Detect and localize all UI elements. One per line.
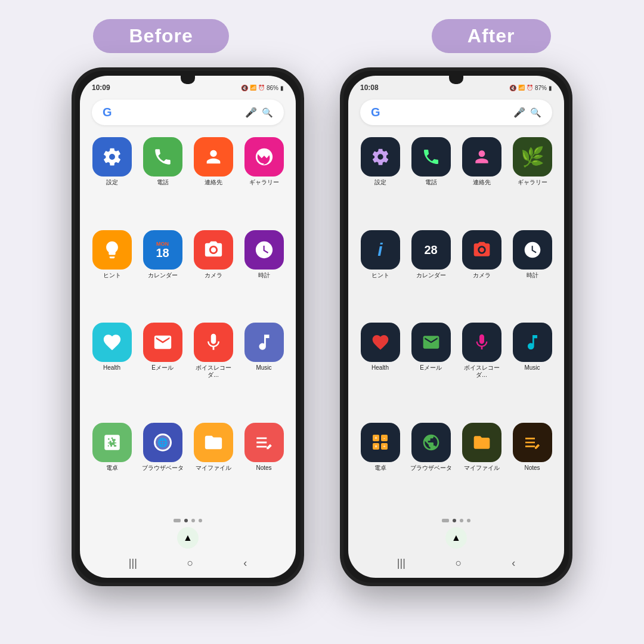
before-nav-home[interactable]: ○ xyxy=(187,557,194,569)
before-hints-label: ヒント xyxy=(103,272,121,279)
after-app-recorder[interactable]: ボイスレコーダ... xyxy=(459,323,504,417)
after-app-phone[interactable]: 電話 xyxy=(408,137,453,224)
before-app-clock[interactable]: 時計 xyxy=(242,230,286,317)
after-app-calendar[interactable]: 28 カレンダー xyxy=(408,230,453,317)
before-app-email[interactable]: Eメール xyxy=(140,323,185,417)
before-search-bar[interactable]: G 🎤 🔍 xyxy=(92,100,284,125)
before-settings-label: 設定 xyxy=(106,179,118,186)
before-label: Before xyxy=(93,19,228,53)
after-email-label: Eメール xyxy=(420,364,442,371)
after-files-icon xyxy=(462,423,501,462)
before-health-label: Health xyxy=(103,364,120,371)
before-time: 10:09 xyxy=(92,83,110,92)
before-app-camera[interactable]: カメラ xyxy=(191,230,236,317)
before-browser-label: ブラウザベータ xyxy=(142,465,184,472)
before-dot-dash xyxy=(174,519,181,522)
after-gallery-label: ギャラリー xyxy=(518,179,547,186)
before-app-phone[interactable]: 電話 xyxy=(140,137,185,224)
after-recorder-icon xyxy=(462,323,501,362)
after-screen: 10:08 🔇 📶 ⏰ 87% ▮ G 🎤 🔍 xyxy=(348,76,564,578)
phones-row: 10:09 🔇 📶 ⏰ 86% ▮ G 🎤 🔍 xyxy=(72,67,572,586)
before-screen: 10:09 🔇 📶 ⏰ 86% ▮ G 🎤 🔍 xyxy=(80,76,296,578)
before-app-browser[interactable]: 🌐 ブラウザベータ xyxy=(140,423,185,510)
before-app-calendar[interactable]: MON 18 カレンダー xyxy=(140,230,185,317)
after-app-calc[interactable]: + - × ÷ 電卓 xyxy=(358,423,402,510)
before-phone: 10:09 🔇 📶 ⏰ 86% ▮ G 🎤 🔍 xyxy=(72,67,304,586)
after-app-music[interactable]: Music xyxy=(510,323,555,417)
before-dot-1 xyxy=(184,519,188,522)
after-calendar-label: カレンダー xyxy=(416,272,446,279)
before-nav-back[interactable]: ‹ xyxy=(243,557,247,569)
before-dot-3 xyxy=(199,519,202,522)
after-music-label: Music xyxy=(524,364,540,371)
after-nav-back[interactable]: ‹ xyxy=(512,557,515,569)
before-recorder-label: ボイスレコーダ... xyxy=(191,364,236,379)
after-hints-label: ヒント xyxy=(371,272,389,279)
before-app-calc[interactable]: 電卓 xyxy=(89,423,134,510)
after-phone: 10:08 🔇 📶 ⏰ 87% ▮ G 🎤 🔍 xyxy=(340,67,572,586)
after-app-files[interactable]: マイファイル xyxy=(459,423,504,510)
before-app-health[interactable]: Health xyxy=(89,323,134,417)
after-app-clock[interactable]: 時計 xyxy=(510,230,555,317)
before-app-contacts[interactable]: 連絡先 xyxy=(191,137,236,224)
after-contacts-label: 連絡先 xyxy=(473,179,491,186)
before-app-hints[interactable]: ヒント xyxy=(89,230,134,317)
before-contacts-icon xyxy=(194,137,233,177)
before-calendar-icon: MON 18 xyxy=(143,230,182,270)
before-app-files[interactable]: マイファイル xyxy=(191,423,236,510)
after-app-grid: 設定 電話 連絡先 xyxy=(348,132,564,514)
after-phone-frame: 10:08 🔇 📶 ⏰ 87% ▮ G 🎤 🔍 xyxy=(340,67,572,586)
after-phone-label: 電話 xyxy=(425,179,437,186)
after-app-email[interactable]: Eメール xyxy=(408,323,453,417)
after-camera-label: カメラ xyxy=(473,272,491,279)
after-calc-icon: + - × ÷ xyxy=(361,423,400,462)
before-gallery-label: ギャラリー xyxy=(249,179,279,186)
before-status-icons: 🔇 📶 ⏰ 86% ▮ xyxy=(241,85,284,91)
after-dot-3 xyxy=(467,519,470,522)
after-clock-icon xyxy=(513,230,552,270)
after-time: 10:08 xyxy=(360,83,379,92)
before-app-settings[interactable]: 設定 xyxy=(89,137,134,224)
after-fab[interactable]: ▲ xyxy=(445,527,467,549)
before-dot-2 xyxy=(191,519,195,522)
header-row: Before After xyxy=(93,19,550,53)
after-app-browser[interactable]: ブラウザベータ xyxy=(408,423,453,510)
before-camera-label: カメラ xyxy=(205,272,222,279)
after-settings-icon xyxy=(361,137,400,177)
after-nav-bar: ||| ○ ‹ xyxy=(348,551,564,578)
before-lens-icon: 🔍 xyxy=(262,107,273,118)
before-app-recorder[interactable]: ボイスレコーダ... xyxy=(191,323,236,417)
before-calendar-label: カレンダー xyxy=(148,272,178,279)
after-search-bar[interactable]: G 🎤 🔍 xyxy=(360,100,552,125)
before-health-icon xyxy=(92,323,132,362)
before-clock-label: 時計 xyxy=(258,272,270,279)
after-app-notes[interactable]: Notes xyxy=(510,423,555,510)
after-app-health[interactable]: Health xyxy=(358,323,402,417)
before-status-bar: 10:09 🔇 📶 ⏰ 86% ▮ xyxy=(80,76,296,95)
after-app-gallery[interactable]: 🌿 ギャラリー xyxy=(510,137,555,224)
before-email-label: Eメール xyxy=(151,364,174,371)
before-nav-recent[interactable]: ||| xyxy=(129,557,137,569)
before-phone-icon xyxy=(143,137,182,177)
after-nav-home[interactable]: ○ xyxy=(456,557,462,569)
after-lens-icon: 🔍 xyxy=(530,107,541,118)
after-gallery-icon: 🌿 xyxy=(513,137,552,177)
after-health-label: Health xyxy=(371,364,389,371)
after-settings-label: 設定 xyxy=(374,179,386,186)
before-google-logo: G xyxy=(103,106,112,119)
after-app-settings[interactable]: 設定 xyxy=(358,137,402,224)
before-search-icons: 🎤 🔍 xyxy=(245,107,273,118)
after-nav-recent[interactable]: ||| xyxy=(397,557,405,569)
after-app-hints[interactable]: i ヒント xyxy=(358,230,402,317)
before-app-gallery[interactable]: ギャラリー xyxy=(242,137,286,224)
before-app-music[interactable]: Music xyxy=(242,323,286,417)
before-fab[interactable]: ▲ xyxy=(177,527,199,549)
before-recorder-icon xyxy=(194,323,233,362)
before-music-label: Music xyxy=(256,364,271,371)
before-browser-icon: 🌐 xyxy=(143,423,182,462)
before-contacts-label: 連絡先 xyxy=(205,179,222,186)
after-app-camera[interactable]: カメラ xyxy=(459,230,504,317)
after-app-contacts[interactable]: 連絡先 xyxy=(459,137,504,224)
before-nav-bar: ||| ○ ‹ xyxy=(80,551,296,578)
before-app-notes[interactable]: Notes xyxy=(242,423,286,510)
